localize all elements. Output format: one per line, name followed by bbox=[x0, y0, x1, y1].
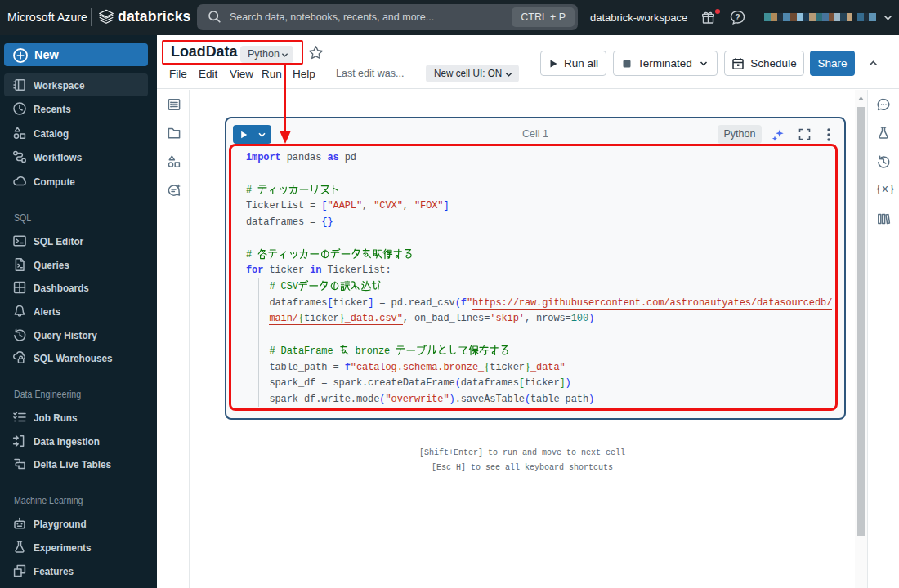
svg-text:?: ? bbox=[735, 12, 740, 22]
